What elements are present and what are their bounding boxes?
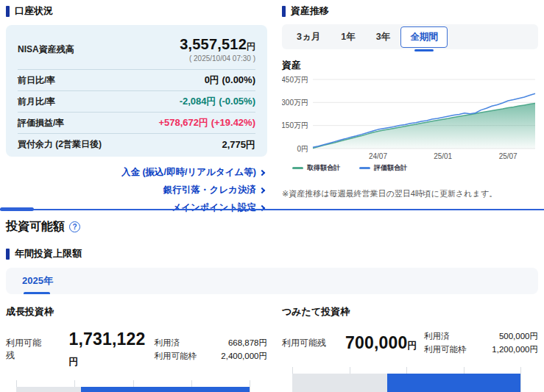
account-status-section: 口座状況 NISA資産残高 3,557,512円 ( 2025/10/04 07… bbox=[6, 4, 267, 219]
investable-amount-section: 投資可能額 ? 年間投資上限額 2025年 成長投資枠 利用可能残 1,731,… bbox=[6, 219, 538, 392]
usage-stats: 利用済500,000円 利用可能枠1,200,000円 bbox=[424, 329, 538, 356]
legend-label: 取得額合計 bbox=[307, 163, 340, 173]
quota-name: 成長投資枠 bbox=[6, 305, 267, 318]
legend-swatch-blue bbox=[359, 167, 370, 169]
row-value: +578,672円 (+19.42%) bbox=[158, 116, 255, 129]
asset-trend-chart: 0円150万円300万円450万円24/0725/0125/07 bbox=[282, 74, 538, 162]
nisa-balance-label: NISA資産残高 bbox=[18, 43, 74, 56]
bar-used-segment bbox=[16, 387, 81, 392]
table-row: 買付余力 (2営業日後) 2,775円 bbox=[18, 134, 255, 155]
row-value: -2,084円 (-0.05%) bbox=[180, 95, 255, 108]
section-accent-bar bbox=[6, 249, 10, 260]
limit-label: 利用可能枠 bbox=[155, 349, 197, 363]
table-row: 前月比/率 -2,084円 (-0.05%) bbox=[18, 91, 255, 113]
remaining-label: 利用可能残 bbox=[6, 337, 49, 362]
link-label: 入金 (振込/即時/リアルタイム等) bbox=[121, 167, 256, 177]
tab-3months[interactable]: 3ヵ月 bbox=[286, 31, 331, 43]
nisa-balance-row: NISA資産残高 3,557,512円 ( 2025/10/04 07:30 ) bbox=[18, 26, 255, 70]
deposit-link[interactable]: 入金 (振込/即時/リアルタイム等) bbox=[6, 166, 264, 179]
chart-update-note: ※資産推移は毎週最終営業日の翌日4時頃に更新されます。 bbox=[282, 188, 538, 199]
row-label: 評価損益/率 bbox=[18, 117, 64, 129]
annual-limit-header: 年間投資上限額 bbox=[6, 247, 538, 260]
used-value: 500,000円 bbox=[499, 329, 538, 343]
active-tab-underline bbox=[24, 292, 50, 294]
link-label: メインポイント設定 bbox=[172, 202, 256, 213]
bar-remaining-segment bbox=[81, 387, 250, 392]
account-summary-card: NISA資産残高 3,557,512円 ( 2025/10/04 07:30 )… bbox=[6, 25, 267, 157]
section-divider bbox=[0, 209, 544, 210]
legend-swatch-green bbox=[292, 167, 303, 169]
limit-value: 1,200,000円 bbox=[492, 343, 538, 356]
chart-y-axis-title: 資産 bbox=[282, 59, 538, 72]
quota-progress-bar bbox=[16, 387, 250, 392]
section-accent-bar bbox=[282, 6, 286, 17]
tab-year-2025[interactable]: 2025年 bbox=[22, 274, 53, 288]
limit-label: 利用可能枠 bbox=[424, 343, 467, 356]
growth-quota-panel: 成長投資枠 利用可能残 1,731,122円 利用済668,878円 利用可能枠… bbox=[6, 305, 267, 392]
legend-label: 評価額合計 bbox=[374, 163, 407, 173]
page-title: 投資可能額 bbox=[6, 219, 65, 235]
section-accent-bar bbox=[6, 6, 10, 17]
remaining-value: 1,731,122円 bbox=[68, 329, 154, 369]
tab-1year[interactable]: 1年 bbox=[331, 31, 365, 43]
tsumitate-quota-panel: つみたて投資枠 利用可能残 700,000円 利用済500,000円 利用可能枠… bbox=[282, 305, 538, 392]
remaining-value: 700,000円 bbox=[345, 333, 417, 353]
section-title: 年間投資上限額 bbox=[15, 247, 82, 260]
bar-used-segment bbox=[292, 374, 387, 392]
divider-indicator bbox=[0, 207, 34, 211]
help-icon[interactable]: ? bbox=[69, 221, 80, 232]
bank-debit-link[interactable]: 銀行引落・クレカ決済 bbox=[6, 184, 264, 196]
tab-all-period[interactable]: 全期間 bbox=[400, 26, 448, 48]
table-row: 評価損益/率 +578,672円 (+19.42%) bbox=[18, 113, 255, 134]
row-label: 買付余力 (2営業日後) bbox=[18, 138, 102, 151]
svg-text:300万円: 300万円 bbox=[282, 99, 308, 107]
used-value: 668,878円 bbox=[228, 336, 267, 349]
svg-text:24/07: 24/07 bbox=[369, 152, 387, 160]
bar-remaining-segment bbox=[387, 374, 520, 392]
tab-3years[interactable]: 3年 bbox=[366, 31, 400, 43]
main-point-settings-link[interactable]: メインポイント設定 bbox=[6, 202, 264, 214]
asset-trend-header: 資産推移 bbox=[282, 4, 538, 18]
used-label: 利用済 bbox=[424, 329, 450, 343]
svg-text:25/01: 25/01 bbox=[434, 152, 452, 160]
row-label: 前月比/率 bbox=[18, 96, 55, 108]
used-label: 利用済 bbox=[155, 336, 180, 349]
row-value: 0円 (0.00%) bbox=[205, 74, 255, 87]
remaining-label: 利用可能残 bbox=[282, 337, 326, 349]
svg-text:450万円: 450万円 bbox=[282, 76, 308, 84]
section-title: 口座状況 bbox=[15, 4, 53, 18]
asset-trend-section: 資産推移 3ヵ月 1年 3年 全期間 資産 0円150万円300万円450万円2… bbox=[282, 4, 538, 199]
limit-value: 2,400,000円 bbox=[221, 349, 267, 363]
nisa-balance-value: 3,557,512 bbox=[180, 36, 247, 52]
row-label: 前日比/率 bbox=[18, 74, 55, 87]
svg-text:25/07: 25/07 bbox=[499, 152, 517, 160]
row-value: 2,775円 bbox=[222, 138, 255, 152]
legend-item-acquisition: 取得額合計 bbox=[292, 163, 340, 173]
nisa-balance-unit: 円 bbox=[247, 41, 255, 51]
section-title: 資産推移 bbox=[291, 4, 329, 18]
legend-item-valuation: 評価額合計 bbox=[359, 163, 407, 173]
chevron-right-icon bbox=[259, 188, 265, 193]
quota-name: つみたて投資枠 bbox=[282, 305, 538, 318]
chevron-right-icon bbox=[259, 170, 265, 176]
usage-stats: 利用済668,878円 利用可能枠2,400,000円 bbox=[155, 336, 267, 363]
svg-text:0円: 0円 bbox=[297, 145, 308, 153]
nisa-balance-asof: ( 2025/10/04 07:30 ) bbox=[180, 54, 255, 63]
table-row: 前日比/率 0円 (0.00%) bbox=[18, 70, 255, 91]
period-tab-bar: 3ヵ月 1年 3年 全期間 bbox=[282, 24, 538, 49]
link-label: 銀行引落・クレカ決済 bbox=[163, 185, 256, 195]
chart-legend: 取得額合計 評価額合計 bbox=[292, 163, 538, 173]
account-status-header: 口座状況 bbox=[6, 4, 267, 18]
account-links: 入金 (振込/即時/リアルタイム等) 銀行引落・クレカ決済 メインポイント設定 bbox=[6, 166, 267, 214]
quota-progress-bar bbox=[292, 374, 520, 392]
svg-text:150万円: 150万円 bbox=[282, 121, 308, 129]
year-tab-bar: 2025年 bbox=[6, 268, 538, 294]
